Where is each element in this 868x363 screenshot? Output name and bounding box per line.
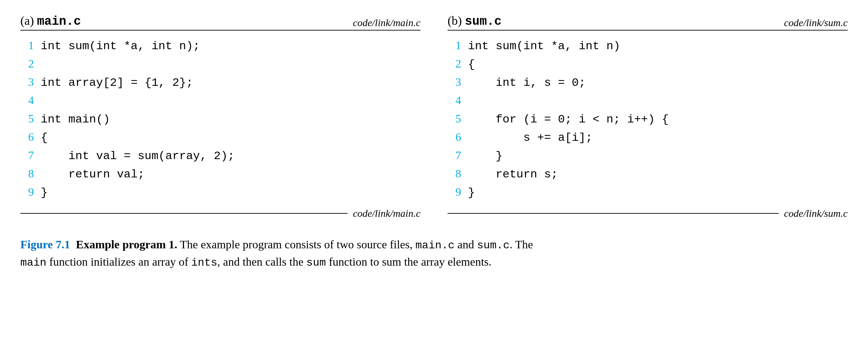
line-number: 6 — [20, 128, 41, 146]
panel-sum-c: (b) sum.c code/link/sum.c 1 int sum(int … — [448, 14, 848, 219]
code-line: 2 — [20, 55, 420, 73]
panel-filename-main-c: main.c — [37, 15, 81, 28]
line-number: 9 — [448, 183, 468, 201]
panel-header-sum-c: (b) sum.c code/link/sum.c — [448, 14, 848, 28]
line-number: 1 — [20, 37, 41, 54]
panel-filepath-bottom-main-c: code/link/main.c — [353, 208, 420, 219]
line-number: 7 — [20, 147, 41, 164]
panel-footer-main-c: code/link/main.c — [20, 208, 420, 219]
code-line: 4 — [448, 92, 848, 110]
code-line: 6 s += a[i]; — [448, 128, 848, 147]
code-line: 8 return val; — [20, 165, 420, 183]
code-line: 1 int sum(int *a, int n) — [448, 37, 848, 55]
code-line: 9 } — [20, 183, 420, 202]
line-number: 4 — [448, 92, 468, 109]
caption-mono-main-c: main.c — [415, 239, 454, 252]
panel-label-main-c: (a) — [20, 14, 37, 27]
panel-filepath-top-main-c: code/link/main.c — [353, 17, 420, 28]
panel-title-sum-c: (b) sum.c — [448, 14, 502, 28]
figure-caption: Figure 7.1 Example program 1. The exampl… — [20, 236, 848, 271]
top-rule-main-c — [20, 30, 420, 31]
figure-label: Figure 7.1 — [20, 238, 70, 251]
code-line: 3 int array[2] = {1, 2}; — [20, 73, 420, 92]
code-line: 5 for (i = 0; i < n; i++) { — [448, 110, 848, 128]
figure-bold-text: Example program 1. — [76, 238, 177, 251]
code-line: 7 } — [448, 147, 848, 165]
line-number: 2 — [20, 55, 41, 73]
panel-label-sum-c: (b) — [448, 14, 465, 27]
code-line: 9 } — [448, 183, 848, 202]
code-text: int i, s = 0; — [468, 74, 586, 92]
caption-mono-sum-c: sum.c — [477, 239, 510, 252]
code-text: { — [41, 129, 48, 147]
code-text: } — [468, 184, 475, 202]
code-text — [41, 92, 48, 110]
line-number: 5 — [20, 110, 41, 128]
code-text: } — [468, 147, 503, 165]
code-body-main-c: 1 int sum(int *a, int n); 2 3 int array[… — [20, 34, 420, 204]
caption-mono-sum-keyword: sum — [306, 256, 326, 269]
code-text: int sum(int *a, int n); — [41, 37, 200, 55]
line-number: 2 — [448, 55, 468, 73]
line-number: 5 — [448, 110, 468, 128]
code-text — [41, 56, 48, 73]
code-body-sum-c: 1 int sum(int *a, int n) 2 { 3 int i, s … — [448, 34, 848, 204]
line-number: 8 — [20, 165, 41, 183]
code-text: return s; — [468, 166, 558, 183]
line-number: 9 — [20, 183, 41, 201]
code-line: 6 { — [20, 128, 420, 147]
panel-filepath-top-sum-c: code/link/sum.c — [784, 17, 848, 28]
caption-mono-ints: ints — [191, 256, 218, 269]
line-number: 3 — [20, 73, 41, 91]
line-number: 3 — [448, 73, 468, 91]
line-number: 1 — [448, 37, 468, 54]
code-text: s += a[i]; — [468, 129, 592, 147]
code-text: int main() — [41, 111, 110, 128]
code-line: 8 return s; — [448, 165, 848, 183]
code-line: 7 int val = sum(array, 2); — [20, 147, 420, 165]
panel-main-c: (a) main.c code/link/main.c 1 int sum(in… — [20, 14, 420, 219]
line-number: 7 — [448, 147, 468, 164]
code-text: for (i = 0; i < n; i++) { — [468, 111, 669, 128]
caption-mono-main-keyword: main — [20, 256, 46, 269]
code-text: int sum(int *a, int n) — [468, 37, 620, 55]
panel-header-main-c: (a) main.c code/link/main.c — [20, 14, 420, 28]
code-line: 2 { — [448, 55, 848, 73]
line-number: 4 — [20, 92, 41, 109]
code-line: 5 int main() — [20, 110, 420, 128]
top-rule-sum-c — [448, 30, 848, 31]
line-number: 6 — [448, 128, 468, 146]
line-number: 8 — [448, 165, 468, 183]
code-line: 4 — [20, 92, 420, 110]
code-line: 3 int i, s = 0; — [448, 73, 848, 92]
code-text: int val = sum(array, 2); — [41, 147, 234, 165]
main-container: (a) main.c code/link/main.c 1 int sum(in… — [20, 14, 848, 271]
code-text — [468, 92, 475, 110]
code-line: 1 int sum(int *a, int n); — [20, 37, 420, 55]
panel-title-main-c: (a) main.c — [20, 14, 81, 28]
bottom-rule-main-c — [20, 213, 347, 214]
code-text: { — [468, 56, 475, 73]
code-text: return val; — [41, 166, 145, 183]
panel-footer-sum-c: code/link/sum.c — [448, 208, 848, 219]
bottom-rule-sum-c — [448, 213, 779, 214]
panel-filename-sum-c: sum.c — [465, 15, 502, 28]
code-text: } — [41, 184, 48, 202]
code-panels: (a) main.c code/link/main.c 1 int sum(in… — [20, 14, 848, 219]
code-text: int array[2] = {1, 2}; — [41, 74, 193, 92]
panel-filepath-bottom-sum-c: code/link/sum.c — [784, 208, 848, 219]
